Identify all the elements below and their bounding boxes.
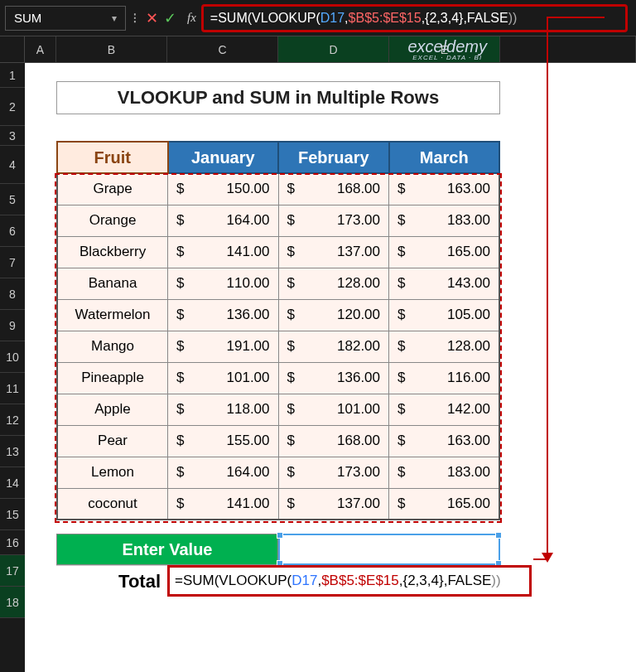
value-cell[interactable]: $163.00 [389, 173, 499, 205]
value-cell[interactable]: $136.00 [278, 362, 389, 394]
fruit-cell[interactable]: Lemon [57, 457, 168, 488]
row-header[interactable]: 1 [0, 63, 25, 88]
row-header[interactable]: 10 [0, 341, 25, 373]
row-header[interactable]: 14 [0, 467, 25, 499]
value-cell[interactable]: $182.00 [278, 331, 389, 362]
value-cell[interactable]: $120.00 [278, 299, 389, 331]
value-cell[interactable]: $183.00 [389, 205, 499, 236]
row-header[interactable]: 4 [0, 146, 25, 184]
table-row: Pear$155.00$168.00$163.00 [57, 425, 499, 457]
fruit-cell[interactable]: Watermelon [57, 299, 168, 331]
row-header[interactable]: 2 [0, 88, 25, 126]
cancel-icon[interactable]: ✕ [142, 9, 161, 27]
enter-icon[interactable]: ✓ [161, 9, 179, 27]
value-cell[interactable]: $164.00 [168, 205, 278, 236]
table-row: Apple$118.00$101.00$142.00 [57, 394, 499, 425]
table-row: Watermelon$136.00$120.00$105.00 [57, 299, 499, 331]
column-headers: A B C D E [0, 36, 636, 63]
name-box[interactable]: SUM ▾ [5, 6, 126, 31]
formula-bar: SUM ▾ ⁝ ✕ ✓ fx =SUM(VLOOKUP( D17 , $B$5:… [0, 0, 636, 36]
value-cell[interactable]: $165.00 [389, 488, 499, 520]
value-cell[interactable]: $128.00 [389, 331, 499, 362]
value-cell[interactable]: $173.00 [278, 205, 389, 236]
value-cell[interactable]: $136.00 [168, 299, 278, 331]
col-header[interactable]: C [167, 36, 278, 62]
data-table: Fruit January February March Grape$150.0… [56, 141, 500, 520]
row-header[interactable]: 15 [0, 499, 25, 530]
title-cell[interactable]: VLOOKUP and SUM in Multiple Rows [56, 81, 500, 114]
col-header[interactable]: D [278, 36, 389, 62]
row-header[interactable]: 9 [0, 310, 25, 341]
value-cell[interactable]: $137.00 [278, 488, 389, 520]
annotation-arrow [547, 17, 605, 18]
value-cell[interactable]: $141.00 [168, 236, 278, 268]
cell-formula-editing[interactable]: =SUM(VLOOKUP( D17 , $B$5:$E$15 , {2,3,4}… [167, 565, 532, 597]
header-january[interactable]: January [168, 142, 278, 173]
row-headers: 1 2 3 4 5 6 7 8 9 10 11 12 13 14 15 16 1… [0, 63, 25, 672]
col-header[interactable]: E [389, 36, 500, 62]
value-cell[interactable]: $116.00 [389, 362, 499, 394]
table-row: coconut$141.00$137.00$165.00 [57, 488, 499, 520]
value-cell[interactable]: $110.00 [168, 268, 278, 299]
table-row: Pineapple$101.00$136.00$116.00 [57, 362, 499, 394]
total-label[interactable]: Total [56, 565, 167, 597]
row-header[interactable]: 18 [0, 587, 25, 618]
table-row: Banana$110.00$128.00$143.00 [57, 268, 499, 299]
row-header[interactable]: 6 [0, 215, 25, 247]
value-cell[interactable]: $168.00 [278, 173, 389, 205]
value-cell[interactable]: $101.00 [168, 362, 278, 394]
value-cell[interactable]: $150.00 [168, 173, 278, 205]
fx-icon[interactable]: fx [179, 11, 201, 25]
row-header[interactable]: 5 [0, 184, 25, 215]
row-header[interactable]: 17 [0, 555, 25, 587]
fruit-cell[interactable]: Grape [57, 173, 168, 205]
kebab-icon[interactable]: ⁝ [126, 9, 142, 27]
row-header[interactable]: 16 [0, 530, 25, 555]
fruit-cell[interactable]: coconut [57, 488, 168, 520]
header-february[interactable]: February [278, 142, 389, 173]
value-cell[interactable]: $191.00 [168, 331, 278, 362]
col-header[interactable]: A [25, 36, 56, 62]
header-march[interactable]: March [389, 142, 499, 173]
fruit-cell[interactable]: Mango [57, 331, 168, 362]
value-cell[interactable]: $173.00 [278, 457, 389, 488]
fruit-cell[interactable]: Apple [57, 394, 168, 425]
value-cell[interactable]: $101.00 [278, 394, 389, 425]
value-cell[interactable]: $105.00 [389, 299, 499, 331]
fruit-cell[interactable]: Orange [57, 205, 168, 236]
value-cell[interactable]: $141.00 [168, 488, 278, 520]
enter-value-label[interactable]: Enter Value [56, 534, 278, 565]
fruit-cell[interactable]: Blackberry [57, 236, 168, 268]
enter-value-input[interactable] [278, 534, 500, 565]
row-header[interactable]: 12 [0, 404, 25, 436]
table-row: Blackberry$141.00$137.00$165.00 [57, 236, 499, 268]
col-header[interactable]: B [56, 36, 167, 62]
name-box-value: SUM [14, 11, 41, 25]
value-cell[interactable]: $163.00 [389, 425, 499, 457]
header-fruit[interactable]: Fruit [57, 142, 168, 173]
row-header[interactable]: 8 [0, 278, 25, 310]
table-row: Lemon$164.00$173.00$183.00 [57, 457, 499, 488]
sheet-area[interactable]: VLOOKUP and SUM in Multiple Rows Fruit J… [25, 63, 636, 672]
fruit-cell[interactable]: Pineapple [57, 362, 168, 394]
row-header[interactable]: 7 [0, 247, 25, 278]
value-cell[interactable]: $143.00 [389, 268, 499, 299]
table-row: Mango$191.00$182.00$128.00 [57, 331, 499, 362]
selection-handle-icon [495, 532, 502, 539]
fruit-cell[interactable]: Banana [57, 268, 168, 299]
value-cell[interactable]: $128.00 [278, 268, 389, 299]
fruit-cell[interactable]: Pear [57, 425, 168, 457]
row-header[interactable]: 11 [0, 373, 25, 404]
value-cell[interactable]: $142.00 [389, 394, 499, 425]
value-cell[interactable]: $168.00 [278, 425, 389, 457]
value-cell[interactable]: $164.00 [168, 457, 278, 488]
chevron-down-icon[interactable]: ▾ [112, 12, 117, 24]
row-header[interactable]: 3 [0, 126, 25, 146]
value-cell[interactable]: $155.00 [168, 425, 278, 457]
value-cell[interactable]: $137.00 [278, 236, 389, 268]
row-header[interactable]: 13 [0, 436, 25, 467]
value-cell[interactable]: $183.00 [389, 457, 499, 488]
value-cell[interactable]: $165.00 [389, 236, 499, 268]
value-cell[interactable]: $118.00 [168, 394, 278, 425]
select-all-corner[interactable] [0, 36, 25, 62]
